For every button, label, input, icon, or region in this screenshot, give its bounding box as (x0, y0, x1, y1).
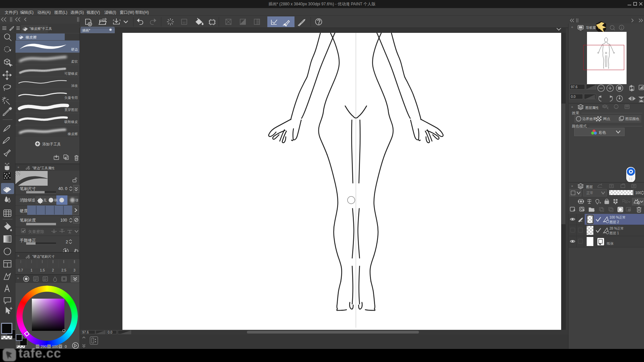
svg-text:强: 强 (75, 198, 78, 202)
svg-text:无: 无 (43, 198, 47, 202)
svg-text:弱: 弱 (54, 198, 57, 202)
